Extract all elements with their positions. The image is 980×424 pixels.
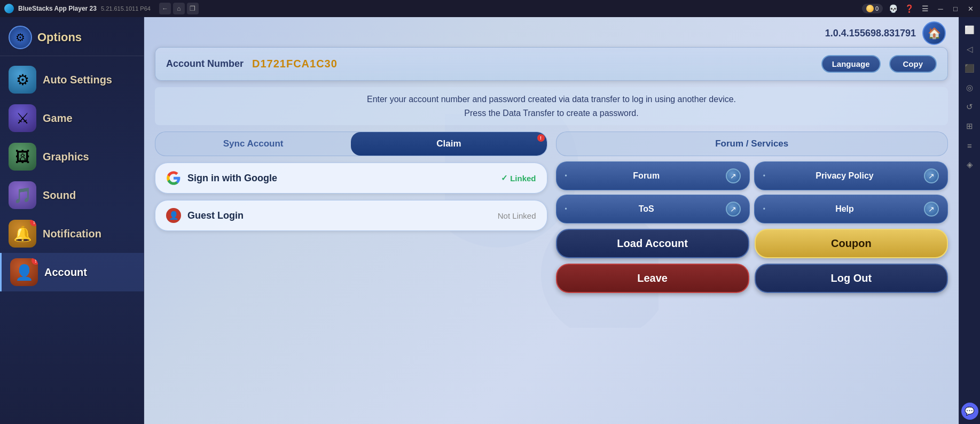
- app-version: 5.21.615.1011 P64: [101, 5, 151, 12]
- titlebar-right: 0 💀 ❓ ☰ ─ □ ✕: [862, 3, 976, 14]
- sidebar-label-account: Account: [44, 266, 87, 279]
- options-icon: ⚙: [9, 26, 32, 49]
- language-button[interactable]: Language: [821, 55, 881, 73]
- rs-icon-8[interactable]: ◈: [961, 156, 978, 173]
- sidebar-title: Options: [37, 30, 82, 44]
- tab-bar: Sync Account Claim !: [155, 132, 547, 156]
- main-layout: ⚙ Options ⚙ Auto Settings ⚔ Game 🖼 Graph…: [0, 17, 980, 424]
- nav-back-btn[interactable]: ←: [159, 3, 171, 14]
- account-number-value: D1721FCA1C30: [252, 58, 338, 70]
- home-button[interactable]: 🏠: [922, 21, 946, 45]
- left-column: Sync Account Claim !: [155, 132, 547, 415]
- desc-line1: Enter your account number and password c…: [163, 92, 939, 106]
- description-text: Enter your account number and password c…: [155, 87, 948, 125]
- skull-icon[interactable]: 💀: [887, 3, 899, 14]
- notification-icon: 🔔 !: [9, 220, 36, 248]
- copy-button[interactable]: Copy: [889, 55, 937, 73]
- google-icon: [166, 171, 181, 186]
- help-button[interactable]: • Help ↗: [754, 195, 948, 223]
- auto-settings-icon: ⚙: [9, 66, 36, 94]
- help-label: Help: [835, 204, 854, 214]
- tos-button[interactable]: • ToS ↗: [556, 195, 750, 223]
- account-number-label: Account Number: [166, 58, 244, 70]
- notification-badge: !: [30, 220, 36, 226]
- load-account-button[interactable]: Load Account: [556, 229, 749, 258]
- desc-line2: Press the Data Transfer to create a pass…: [163, 106, 939, 120]
- right-column: Forum / Services • Forum ↗ • Privacy Pol…: [556, 132, 948, 415]
- coin-counter: 0: [862, 4, 883, 13]
- sidebar-item-graphics[interactable]: 🖼 Graphics: [0, 137, 144, 176]
- account-icon: 👤 !: [10, 258, 38, 286]
- tos-arrow-icon: ↗: [726, 202, 741, 217]
- content-area: 1.0.4.155698.831791 🏠 Account Number D17…: [144, 17, 959, 424]
- google-signin-button[interactable]: Sign in with Google ✓ Linked: [155, 163, 547, 194]
- version-bar: 1.0.4.155698.831791 🏠: [144, 17, 959, 47]
- help-arrow-icon: ↗: [924, 202, 939, 217]
- guest-login-button[interactable]: 👤 Guest Login Not Linked: [155, 200, 547, 231]
- rs-icon-7[interactable]: ≡: [961, 137, 978, 154]
- rs-icon-6[interactable]: ⊞: [961, 118, 978, 135]
- forum-arrow-icon: ↗: [726, 168, 741, 183]
- nav-buttons: ← ⌂ ❐: [159, 3, 199, 14]
- forum-grid: • Forum ↗ • Privacy Policy ↗ • ToS ↗: [556, 161, 948, 223]
- rs-icon-3[interactable]: ⬛: [961, 60, 978, 77]
- tab-claim[interactable]: Claim !: [351, 132, 546, 156]
- nav-window-btn[interactable]: ❐: [187, 3, 199, 14]
- bluestacks-logo: [4, 4, 14, 13]
- game-icon: ⚔: [9, 104, 36, 132]
- action-row-1: Load Account Coupon: [556, 229, 948, 258]
- google-linked-status: ✓ Linked: [501, 173, 536, 183]
- sidebar-item-game[interactable]: ⚔ Game: [0, 99, 144, 137]
- right-sidebar: ⬜ ◁ ⬛ ◎ ↺ ⊞ ≡ ◈ 💬: [959, 17, 980, 424]
- sidebar-item-sound[interactable]: 🎵 Sound: [0, 176, 144, 214]
- help-icon[interactable]: ❓: [903, 3, 915, 14]
- forum-label: Forum: [633, 171, 660, 181]
- minimize-btn[interactable]: ─: [935, 3, 946, 14]
- sidebar-label-graphics: Graphics: [43, 151, 89, 163]
- graphics-icon: 🖼: [9, 143, 36, 171]
- tab-sync-account[interactable]: Sync Account: [155, 132, 351, 156]
- account-header: Account Number D1721FCA1C30 Language Cop…: [155, 47, 948, 81]
- coin-icon: [866, 5, 874, 12]
- sidebar-header: ⚙ Options: [0, 17, 144, 56]
- guest-icon: 👤: [166, 208, 181, 223]
- google-signin-label: Sign in with Google: [187, 173, 495, 184]
- privacy-policy-button[interactable]: • Privacy Policy ↗: [754, 161, 948, 190]
- close-btn[interactable]: ✕: [965, 3, 976, 14]
- two-column-layout: Sync Account Claim !: [155, 132, 948, 415]
- tos-label: ToS: [639, 204, 654, 214]
- sidebar-label-game: Game: [43, 112, 73, 125]
- claim-badge: !: [537, 134, 545, 142]
- coupon-button[interactable]: Coupon: [755, 229, 948, 258]
- leave-button[interactable]: Leave: [556, 264, 749, 293]
- guest-linked-status: Not Linked: [498, 211, 536, 220]
- sidebar-item-account[interactable]: 👤 ! Account: [0, 253, 144, 291]
- rs-icon-2[interactable]: ◁: [961, 41, 978, 58]
- discord-icon[interactable]: 💬: [961, 403, 978, 420]
- forum-header: Forum / Services: [556, 132, 948, 156]
- account-badge: !: [32, 258, 38, 265]
- sidebar-label-auto-settings: Auto Settings: [43, 74, 112, 86]
- maximize-btn[interactable]: □: [950, 3, 961, 14]
- rs-icon-1[interactable]: ⬜: [961, 21, 978, 38]
- coin-count: 0: [875, 5, 879, 12]
- forum-button[interactable]: • Forum ↗: [556, 161, 750, 190]
- sidebar-label-notification: Notification: [43, 228, 101, 240]
- app-name: BlueStacks App Player 23: [18, 5, 97, 12]
- menu-icon[interactable]: ☰: [919, 3, 931, 14]
- nav-home-btn[interactable]: ⌂: [173, 3, 185, 14]
- privacy-arrow-icon: ↗: [924, 168, 939, 183]
- main-panel: Account Number D1721FCA1C30 Language Cop…: [144, 47, 959, 424]
- titlebar: BlueStacks App Player 23 5.21.615.1011 P…: [0, 0, 980, 17]
- guest-login-label: Guest Login: [187, 210, 491, 221]
- sidebar-nav: ⚙ Auto Settings ⚔ Game 🖼 Graphics 🎵 Soun…: [0, 56, 144, 424]
- sidebar-item-auto-settings[interactable]: ⚙ Auto Settings: [0, 60, 144, 99]
- action-row-2: Leave Log Out: [556, 264, 948, 293]
- rs-icon-5[interactable]: ↺: [961, 98, 978, 115]
- privacy-policy-label: Privacy Policy: [816, 171, 874, 181]
- rs-icon-4[interactable]: ◎: [961, 79, 978, 96]
- sound-icon: 🎵: [9, 181, 36, 209]
- sidebar-label-sound: Sound: [43, 189, 76, 202]
- logout-button[interactable]: Log Out: [755, 264, 948, 293]
- sidebar-item-notification[interactable]: 🔔 ! Notification: [0, 214, 144, 253]
